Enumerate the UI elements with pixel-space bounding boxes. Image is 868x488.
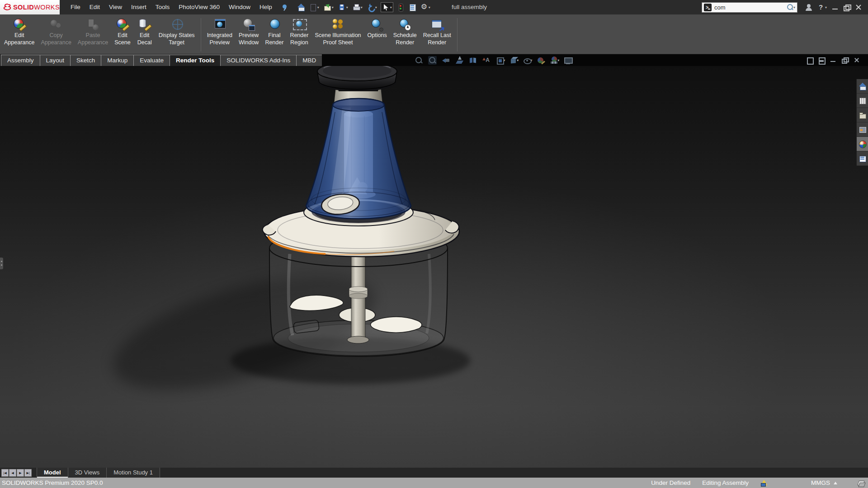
menu-item[interactable]: Tools — [151, 0, 175, 14]
taskpane-file-explorer-tab[interactable] — [857, 108, 868, 122]
restore-button[interactable] — [842, 3, 851, 12]
min-icon — [831, 4, 839, 11]
taskpane-design-library-tab[interactable] — [857, 94, 868, 108]
paste-appearance-button[interactable]: PasteAppearance — [75, 16, 111, 54]
dassault-systemes-icon — [3, 2, 12, 12]
taskpane-custom-properties-tab[interactable] — [857, 151, 868, 166]
copy-appearance-button[interactable]: CopyAppearance — [38, 16, 74, 54]
menu-bar: FileEditViewInsertToolsPhotoView 360Wind… — [66, 0, 277, 14]
open-icon — [324, 4, 331, 11]
command-tab[interactable]: Layout — [40, 55, 71, 66]
tab-scroll-button[interactable]: ◀ — [9, 469, 16, 477]
integrated-preview-button[interactable]: IntegratedPreview — [204, 16, 236, 54]
panel-splitter-handle[interactable] — [0, 258, 3, 269]
home-button[interactable] — [297, 3, 306, 12]
display-states-target-button[interactable]: Display StatesTarget — [156, 16, 198, 54]
app-version-label: SOLIDWORKS Premium 2020 SP0.0 — [2, 479, 103, 486]
interference-detection-button[interactable] — [396, 3, 405, 12]
display-style-button[interactable] — [509, 56, 519, 65]
command-tab[interactable]: Assembly — [1, 55, 40, 66]
command-tab[interactable]: Markup — [101, 55, 134, 66]
file-properties-button[interactable] — [408, 3, 417, 12]
tag-icon[interactable] — [857, 479, 864, 487]
zoom-to-fit-button[interactable] — [415, 56, 424, 65]
options-gear-button[interactable] — [420, 3, 431, 12]
taskpane-resources-tab[interactable] — [857, 79, 868, 94]
editing-mode-label: Editing Assembly — [702, 479, 749, 486]
search-commands-icon[interactable] — [704, 4, 712, 11]
zoom-to-area-button[interactable] — [428, 56, 437, 65]
doc-window-button[interactable] — [806, 56, 815, 65]
library-icon — [859, 97, 867, 105]
viewport-3d-model[interactable] — [0, 66, 868, 468]
command-tab[interactable]: SOLIDWORKS Add-Ins — [220, 55, 297, 66]
select-button[interactable] — [381, 2, 393, 12]
restore-icon — [843, 4, 850, 11]
scene-illumination-proof-sheet-button[interactable]: Scene IlluminationProof Sheet — [311, 16, 364, 54]
search-icon[interactable] — [786, 4, 793, 11]
save-icon — [338, 4, 345, 11]
command-tab[interactable]: MBD — [296, 55, 322, 66]
units-label[interactable]: MMGS — [811, 479, 830, 486]
previous-view-button[interactable] — [442, 56, 451, 65]
doc-restore-button[interactable] — [841, 56, 850, 65]
menu-item[interactable]: Insert — [127, 0, 151, 14]
help-button[interactable] — [816, 3, 828, 12]
units-caret-icon[interactable] — [834, 482, 837, 484]
tab-scroll-button[interactable]: ▶| — [24, 469, 32, 477]
preview-window-button[interactable]: PreviewWindow — [236, 16, 262, 54]
new-document-button[interactable] — [308, 3, 320, 12]
menu-item[interactable]: Help — [255, 0, 277, 14]
view-settings-button[interactable] — [564, 56, 573, 65]
apply-scene-button[interactable] — [550, 56, 559, 65]
hide-show-annotations-button[interactable] — [482, 56, 491, 65]
edit-decal-button[interactable]: EditDecal — [134, 16, 156, 54]
menu-item[interactable]: View — [104, 0, 127, 14]
close-button[interactable] — [854, 3, 863, 12]
menu-item[interactable]: Edit — [85, 0, 104, 14]
menu-item[interactable]: Window — [224, 0, 255, 14]
view-orientation-button[interactable] — [496, 56, 505, 65]
minimize-button[interactable] — [830, 3, 840, 12]
undo-button[interactable] — [366, 3, 378, 12]
titlebar: SOLIDWORKS FileEditViewInsertToolsPhotoV… — [0, 0, 868, 14]
pin-menu-button[interactable] — [280, 3, 289, 12]
render-region-button[interactable]: RenderRegion — [287, 16, 311, 54]
options-button[interactable]: Options — [364, 16, 390, 54]
command-tab[interactable]: Sketch — [70, 55, 101, 66]
open-button[interactable] — [323, 3, 335, 12]
bottom-tab[interactable]: 3D Views — [68, 468, 107, 478]
final-render-button[interactable]: FinalRender — [262, 16, 287, 54]
hide-show-items-button[interactable] — [523, 56, 532, 65]
command-tab[interactable]: Render Tools — [170, 55, 221, 66]
cursor-icon — [382, 4, 389, 11]
doc-window-button-2[interactable] — [817, 56, 826, 65]
edit-appearance-hud-button[interactable] — [537, 56, 546, 65]
menu-item[interactable]: File — [66, 0, 85, 14]
dynamic-annotation-views-button[interactable] — [469, 56, 478, 65]
bottom-tab[interactable]: Model — [37, 468, 68, 478]
recall-last-render-button[interactable]: Recall LastRender — [420, 16, 454, 54]
bottom-tab[interactable]: Motion Study 1 — [107, 468, 160, 478]
menu-item[interactable]: PhotoView 360 — [174, 0, 224, 14]
tab-scroll-button[interactable]: ▶ — [17, 469, 24, 477]
command-tab[interactable]: Evaluate — [133, 55, 170, 66]
search-caret-icon[interactable]: ▾ — [793, 5, 795, 9]
save-button[interactable] — [337, 3, 349, 12]
section-view-button[interactable] — [455, 56, 464, 65]
taskpane-appearances-tab[interactable] — [857, 137, 868, 151]
schedule-render-button[interactable]: ScheduleRender — [390, 16, 420, 54]
login-button[interactable] — [804, 3, 813, 12]
ribbon-separator — [457, 18, 458, 52]
taskpane-view-palette-tab[interactable] — [857, 122, 868, 137]
doc-close-button[interactable] — [853, 56, 862, 65]
edit-appearance-button[interactable]: EditAppearance — [1, 16, 38, 54]
ball-icon — [859, 140, 867, 148]
search-input[interactable] — [713, 4, 786, 11]
tab-scroll-button[interactable]: |◀ — [1, 469, 9, 477]
edit-scene-button[interactable]: EditScene — [111, 16, 133, 54]
rebuild-icon[interactable] — [760, 479, 768, 487]
command-manager-tabs: AssemblyLayoutSketchMarkupEvaluateRender… — [0, 54, 322, 66]
print-button[interactable] — [352, 3, 363, 12]
doc-minimize-button[interactable] — [829, 56, 838, 65]
